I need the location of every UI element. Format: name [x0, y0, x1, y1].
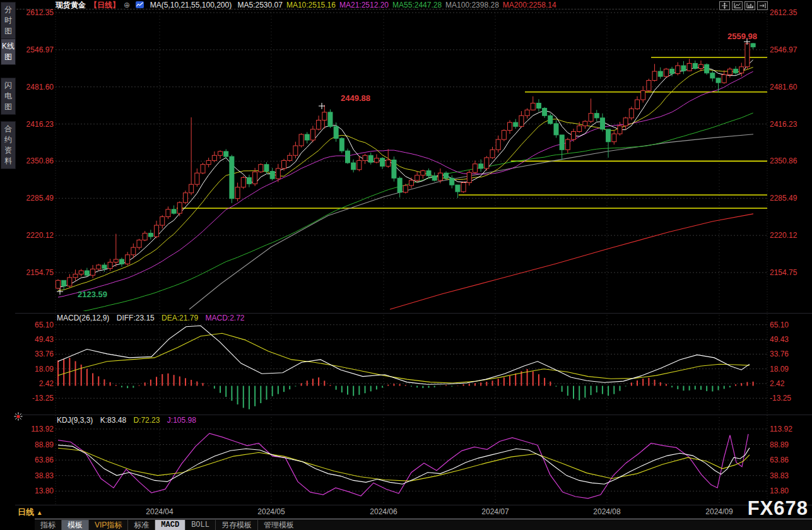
price-mark: 2559.98 [727, 32, 757, 41]
date-label-2024/08: 2024/08 [587, 507, 627, 516]
macd-axis-label-right: 2.42 [770, 379, 810, 388]
period-selector[interactable]: 日线 ▲ [18, 507, 43, 518]
macd-axis-label-left: -13.25 [17, 394, 54, 403]
date-label-2024/04: 2024/04 [139, 507, 180, 516]
kdj-axis-label-right: 38.83 [770, 471, 810, 480]
macd-axis-label-right: 65.10 [770, 321, 810, 329]
tab-指标[interactable]: 指标 [35, 520, 61, 530]
kdj-axis-label-left: 63.86 [17, 456, 54, 464]
tab-VIP指标[interactable]: VIP指标 [88, 520, 127, 530]
kdj-axis-label-left: 13.80 [17, 486, 54, 495]
support-resistance-levels [177, 57, 767, 208]
kdj-axis-label-left: 88.89 [17, 440, 54, 449]
kdj-axis-label-left: 113.92 [17, 425, 54, 433]
date-label-2024/09: 2024/09 [699, 507, 739, 516]
bottom-tabbar: 指标模板VIP指标标准MACDBOLL另存模板管理模板 [35, 519, 812, 530]
price-mark: 2449.88 [341, 93, 370, 103]
price-axis-label-right: 2285.49 [770, 194, 810, 203]
price-axis-label-left: 2154.75 [17, 268, 54, 277]
price-axis-label-right: 2546.97 [770, 45, 810, 54]
macd-axis-label-left: 49.43 [17, 335, 54, 344]
tab-另存模板[interactable]: 另存模板 [215, 520, 257, 530]
price-axis-label-left: 2612.35 [17, 8, 54, 17]
macd-axis-label-right: 33.76 [770, 350, 810, 358]
date-label-2024/07: 2024/07 [475, 507, 515, 516]
date-label-2024/05: 2024/05 [251, 507, 291, 516]
price-axis-label-left: 2416.23 [17, 120, 54, 129]
macd-axis-label-left: 2.42 [17, 379, 54, 388]
price-axis-label-left: 2546.97 [17, 45, 54, 54]
chevron-up-icon: ▲ [37, 509, 43, 516]
chart-canvas[interactable]: 2559.982449.882123.59 [0, 0, 812, 530]
macd-axis-label-left: 33.76 [17, 350, 54, 358]
price-annotations: 2559.982449.882123.59 [57, 32, 757, 299]
kdj-axis-label-left: 38.83 [17, 471, 54, 480]
price-axis-label-left: 2481.60 [17, 83, 54, 91]
price-axis-label-right: 2416.23 [770, 120, 810, 129]
price-axis-label-left: 2220.12 [17, 231, 54, 240]
axis-separator [15, 505, 812, 505]
kdj-axis-label-right: 113.92 [770, 425, 810, 433]
price-axis-label-right: 2154.75 [770, 268, 810, 277]
price-axis-label-right: 2481.60 [770, 83, 810, 91]
kdj-axis-label-right: 13.80 [770, 486, 810, 495]
macd-axis-label-left: 65.10 [17, 321, 54, 329]
tab-MACD[interactable]: MACD [155, 520, 185, 530]
macd-axis-label-right: 49.43 [770, 335, 810, 344]
price-axis-label-left: 2285.49 [17, 194, 54, 203]
kdj-axis-label-right: 88.89 [770, 440, 810, 449]
candles-layer [56, 42, 756, 290]
price-mark: 2123.59 [78, 290, 107, 299]
date-label-2024/06: 2024/06 [363, 507, 404, 516]
macd-histogram [58, 358, 753, 409]
kdj-axis-label-right: 63.86 [770, 456, 810, 464]
price-axis-label-right: 2220.12 [770, 231, 810, 240]
pane-separator [15, 313, 812, 314]
watermark: FX678 [748, 497, 808, 520]
tab-标准[interactable]: 标准 [127, 520, 155, 530]
tab-模板[interactable]: 模板 [61, 520, 88, 530]
macd-axis-label-right: 18.09 [770, 365, 810, 374]
macd-axis-label-right: -13.25 [770, 394, 810, 403]
macd-axis-label-left: 18.09 [17, 365, 54, 374]
price-axis-label-right: 2350.86 [770, 156, 810, 165]
price-axis-label-left: 2350.86 [17, 156, 54, 165]
price-axis-label-right: 2612.35 [770, 8, 810, 17]
kdj-lines [58, 433, 750, 498]
pane-separator [15, 415, 812, 415]
tab-BOLL[interactable]: BOLL [185, 520, 215, 530]
chart-application: 分时图K线图闪电图合约资料 现货黄金【日线】⊕ MA(5,10,21,55,10… [0, 0, 812, 530]
tab-管理模板[interactable]: 管理模板 [257, 520, 300, 530]
